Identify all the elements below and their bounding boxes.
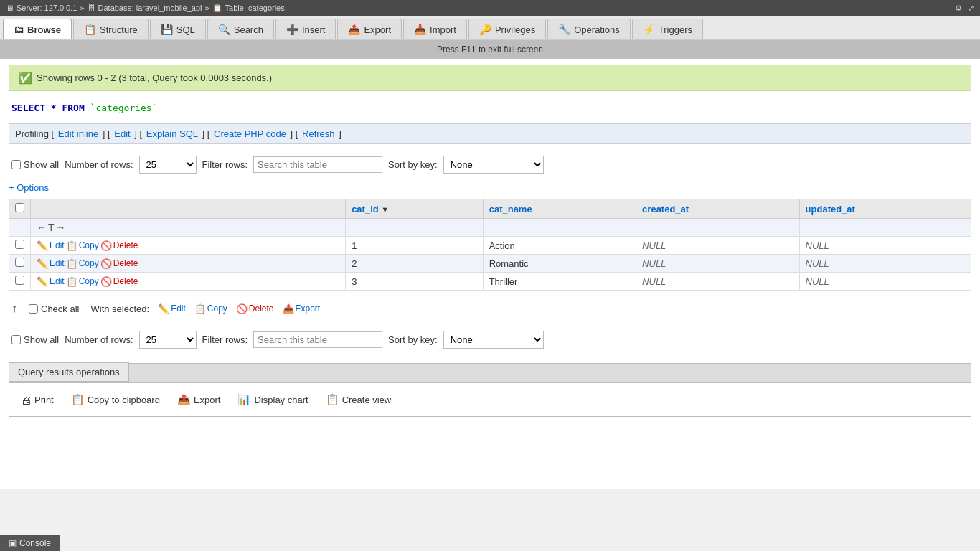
row-updated-at-3: NULL	[799, 273, 971, 291]
profiling-label: Profiling	[15, 128, 49, 139]
tab-privileges[interactable]: 🔑Privileges	[468, 19, 546, 39]
edit-link[interactable]: Edit	[114, 128, 130, 139]
edit-inline-link[interactable]: Edit inline	[58, 128, 98, 139]
separator2: »	[204, 4, 209, 12]
sort-by-key-label-bottom: Sort by key:	[388, 334, 438, 345]
import-tab-icon: 📥	[414, 24, 426, 35]
edit-row-icon-3: ✏️	[37, 276, 48, 287]
sort-by-key-select-bottom[interactable]: None	[443, 331, 544, 349]
search-input-bottom[interactable]	[253, 331, 382, 348]
export-icon: 📤	[177, 393, 191, 406]
delete-row-2[interactable]: 🚫 Delete	[100, 258, 138, 269]
export-action[interactable]: 📤 Export	[177, 393, 221, 406]
copy-row-1[interactable]: 📋 Copy	[66, 240, 99, 251]
data-table: cat_id ▼ cat_name created_at updated_at …	[9, 199, 971, 291]
row-updated-at-1: NULL	[799, 237, 971, 255]
tab-search[interactable]: 🔍Search	[207, 19, 274, 39]
options-link[interactable]: + Options	[9, 182, 971, 193]
tab-export[interactable]: 📤Export	[337, 19, 402, 39]
row-checkbox-cell	[9, 273, 31, 291]
check-all-label: Check all	[41, 303, 79, 314]
query-results-section: Query results operations 🖨 Print 📋 Copy …	[9, 363, 971, 417]
operations-tab-icon: 🔧	[558, 24, 570, 35]
th-actions	[31, 199, 346, 219]
triggers-tab-icon: ⚡	[643, 24, 655, 35]
edit-row-icon-1: ✏️	[37, 240, 48, 251]
show-all-checkbox-bottom[interactable]	[11, 335, 21, 344]
show-all-checkbox[interactable]	[11, 160, 21, 169]
export-tab-label: Export	[364, 24, 391, 35]
edit-selected-link[interactable]: ✏️ Edit	[158, 303, 186, 314]
table-row: ✏️ Edit 📋 Copy 🚫 Delete 2 Romantic NULL …	[9, 255, 971, 273]
tab-import[interactable]: 📥Import	[403, 19, 467, 39]
tab-triggers[interactable]: ⚡Triggers	[632, 19, 703, 39]
th-checkbox	[9, 199, 31, 219]
row-cat-id-3: 3	[346, 273, 484, 291]
select-all-checkbox-top[interactable]	[15, 203, 24, 212]
sort-created-at[interactable]: created_at	[642, 204, 689, 215]
edit-row-3[interactable]: ✏️ Edit	[37, 276, 65, 287]
insert-tab-icon: ➕	[286, 24, 298, 35]
tab-insert[interactable]: ➕Insert	[275, 19, 336, 39]
tab-browse[interactable]: 🗂Browse	[3, 19, 72, 39]
create-view-action[interactable]: 📋 Create view	[326, 393, 392, 406]
delete-row-1[interactable]: 🚫 Delete	[100, 240, 138, 251]
delete-row-icon-1: 🚫	[100, 240, 112, 251]
operations-tab-label: Operations	[574, 24, 620, 35]
copy-row-3[interactable]: 📋 Copy	[66, 276, 99, 287]
copy-row-2[interactable]: 📋 Copy	[66, 258, 99, 269]
database-icon: 🗄	[88, 4, 95, 12]
row-cat-id-2: 2	[346, 255, 484, 273]
tab-operations[interactable]: 🔧Operations	[547, 19, 631, 39]
delete-row-3[interactable]: 🚫 Delete	[100, 276, 138, 287]
maximize-icon[interactable]: ⤢	[968, 4, 974, 13]
sql-from-keyword: FROM	[62, 103, 84, 113]
sort-by-key-select-top[interactable]: None	[443, 156, 544, 174]
copy-row-icon-1: 📋	[66, 240, 77, 251]
browse-tab-label: Browse	[27, 24, 61, 35]
print-action[interactable]: 🖨 Print	[21, 394, 54, 406]
refresh-link[interactable]: Refresh	[302, 128, 335, 139]
tab-structure[interactable]: 📋Structure	[73, 19, 149, 39]
settings-icon[interactable]: ⚙	[955, 4, 962, 13]
row-checkbox-1[interactable]	[15, 240, 24, 249]
export-selected-link[interactable]: 📤 Export	[283, 303, 321, 314]
print-icon: 🖨	[21, 394, 32, 406]
th-updated-at: updated_at	[799, 199, 971, 219]
delete-selected-link[interactable]: 🚫 Delete	[236, 303, 274, 314]
query-results-title: Query results operations	[9, 362, 129, 382]
fullscreen-notice: Press F11 to exit full screen	[0, 40, 980, 59]
edit-row-2[interactable]: ✏️ Edit	[37, 258, 65, 269]
browse-tab-icon: 🗂	[14, 24, 24, 35]
sql-tab-label: SQL	[176, 24, 195, 35]
sort-cat-id[interactable]: cat_id	[352, 204, 379, 215]
create-php-link[interactable]: Create PHP code	[214, 128, 286, 139]
copy-selected-link[interactable]: 📋 Copy	[194, 303, 227, 314]
sort-cat-name[interactable]: cat_name	[489, 204, 532, 215]
row-actions-cell: ✏️ Edit 📋 Copy 🚫 Delete	[31, 255, 346, 273]
number-of-rows-select-bottom[interactable]: 25 50 100	[139, 331, 197, 349]
copy-clipboard-action[interactable]: 📋 Copy to clipboard	[71, 393, 160, 406]
arrow-left: ←	[37, 222, 47, 233]
sort-updated-at[interactable]: updated_at	[806, 204, 855, 215]
edit-row-1[interactable]: ✏️ Edit	[37, 240, 65, 251]
nav-arrows: ← T →	[31, 219, 346, 237]
fullscreen-notice-text: Press F11 to exit full screen	[437, 44, 543, 55]
display-chart-icon: 📊	[237, 393, 251, 406]
sql-display: SELECT * FROM `categories`	[9, 98, 971, 118]
search-input-top[interactable]	[253, 156, 382, 173]
table-header-row: cat_id ▼ cat_name created_at updated_at	[9, 199, 971, 219]
tab-sql[interactable]: 💾SQL	[150, 19, 206, 39]
titlebar-breadcrumb: 🖥 Server: 127.0.0.1 » 🗄 Database: larave…	[6, 4, 285, 13]
copy-row-icon-2: 📋	[66, 258, 77, 269]
display-chart-action[interactable]: 📊 Display chart	[237, 393, 308, 406]
delete-row-icon-2: 🚫	[100, 258, 112, 269]
check-all-checkbox[interactable]	[29, 304, 38, 314]
import-tab-label: Import	[430, 24, 456, 35]
row-checkbox-2[interactable]	[15, 258, 24, 267]
row-checkbox-3[interactable]	[15, 276, 24, 285]
number-of-rows-select[interactable]: 25 50 100	[139, 156, 197, 174]
explain-sql-link[interactable]: Explain SQL	[146, 128, 198, 139]
nav-empty1	[346, 219, 484, 237]
privileges-tab-label: Privileges	[495, 24, 535, 35]
